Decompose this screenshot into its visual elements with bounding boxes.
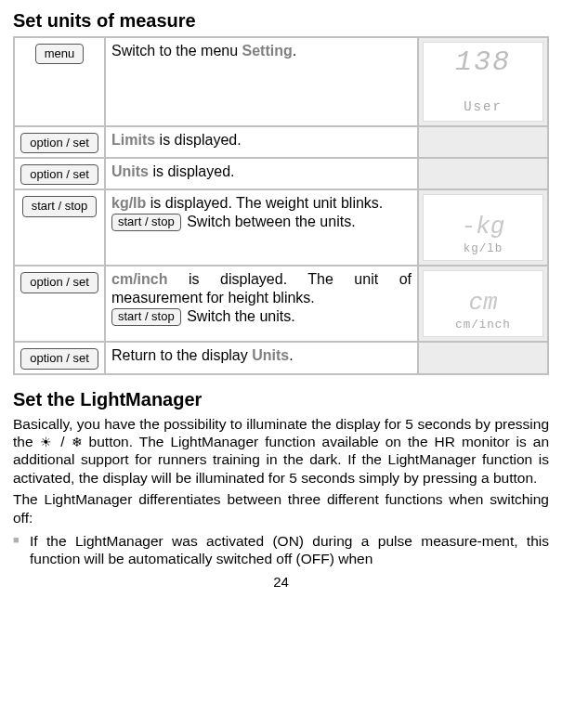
description-cell: kg/lb is displayed. The weight unit blin…: [105, 189, 418, 266]
option-set-button: option / set: [20, 164, 98, 185]
description-cell: Units is displayed.: [105, 158, 418, 189]
option-set-button: option / set: [20, 348, 98, 369]
start-stop-button-inline: start / stop: [111, 214, 181, 231]
light-icon: ☀: [40, 435, 55, 449]
text: Return to the display: [111, 347, 252, 363]
text-lead: Limits: [111, 132, 155, 148]
text-lead: cm/inch: [111, 271, 167, 287]
lightmanager-bullets: If the LightManager was activated (ON) d…: [13, 532, 549, 568]
text: is displayed. The weight unit blinks.: [146, 195, 383, 211]
display-cell: [418, 126, 548, 158]
display-cell: 138 User: [418, 37, 548, 126]
button-cell: start / stop: [14, 189, 105, 266]
table-row: option / set Limits is displayed.: [14, 126, 548, 158]
start-stop-button: start / stop: [22, 196, 98, 216]
text: Switch between the units.: [183, 214, 356, 229]
display-icon: -kg: [462, 214, 505, 239]
snow-icon: ❄: [72, 435, 83, 449]
text-emph: Setting: [242, 43, 293, 58]
text-emph: Units: [252, 347, 289, 363]
button-cell: option / set: [14, 158, 105, 189]
lightmanager-paragraph-1: Basically, you have the possibility to i…: [13, 415, 549, 488]
text-lead: kg/lb: [111, 195, 146, 211]
display-cell: [418, 158, 548, 189]
display-icon: cm: [468, 291, 497, 315]
description-cell: Limits is displayed.: [105, 126, 418, 158]
heading-set-units: Set units of measure: [13, 9, 549, 32]
list-item: If the LightManager was activated (ON) d…: [13, 532, 549, 568]
description-cell: Switch to the menu Setting.: [105, 37, 418, 126]
display-number: 138: [455, 48, 511, 76]
text: Switch the units.: [183, 308, 295, 324]
description-cell: Return to the display Units.: [105, 342, 418, 373]
text: .: [293, 43, 296, 58]
text: is displayed.: [149, 163, 235, 179]
option-set-button: option / set: [20, 272, 98, 292]
table-row: start / stop kg/lb is displayed. The wei…: [14, 189, 548, 266]
text: is displayed.: [155, 132, 242, 148]
page-number: 24: [13, 574, 549, 592]
description-cell: cm/inch is displayed. The unit of measur…: [105, 266, 418, 342]
display-label: cm/inch: [455, 318, 511, 333]
lightmanager-paragraph-2: The LightManager differentiates between …: [13, 490, 549, 526]
display-label: kg/lb: [464, 242, 503, 257]
text: /: [54, 434, 71, 449]
start-stop-button-inline: start / stop: [111, 308, 181, 326]
menu-button: menu: [35, 44, 85, 64]
table-row: menu Switch to the menu Setting. 138 Use…: [14, 37, 548, 126]
text: .: [289, 347, 293, 363]
table-row: option / set Units is displayed.: [14, 158, 548, 189]
button-cell: menu: [14, 37, 105, 126]
display-cell: [418, 342, 548, 373]
table-row: option / set Return to the display Units…: [14, 342, 548, 373]
heading-lightmanager: Set the LightManager: [13, 388, 549, 411]
button-cell: option / set: [14, 342, 105, 373]
display-cell: cm cm/inch: [418, 266, 548, 342]
text-lead: Units: [111, 163, 149, 179]
option-set-button: option / set: [20, 133, 98, 153]
display-cell: -kg kg/lb: [418, 189, 548, 266]
button-cell: option / set: [14, 126, 105, 158]
instructions-table: menu Switch to the menu Setting. 138 Use…: [13, 36, 549, 375]
text: button. The LightManager function availa…: [13, 434, 549, 486]
button-cell: option / set: [14, 266, 105, 342]
display-label: User: [464, 99, 503, 116]
table-row: option / set cm/inch is displayed. The u…: [14, 266, 548, 342]
text: Switch to the menu: [111, 43, 242, 58]
